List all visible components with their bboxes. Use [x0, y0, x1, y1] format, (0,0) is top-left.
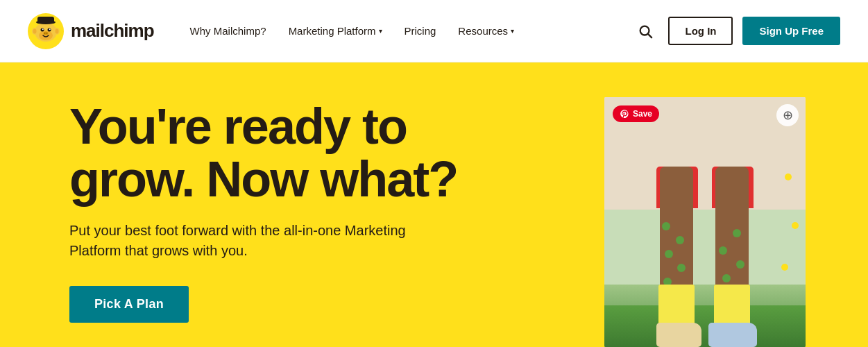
hero-content: You're ready to grow. Now what? Put your…: [69, 62, 597, 347]
logo-icon: [28, 13, 64, 49]
logo-link[interactable]: mailchimp: [28, 13, 154, 49]
svg-point-4: [48, 28, 51, 31]
pinterest-save-badge[interactable]: Save: [613, 105, 659, 122]
pick-plan-button[interactable]: Pick A Plan: [69, 286, 189, 323]
vine-dot: [665, 250, 673, 258]
signup-button[interactable]: Sign Up Free: [742, 17, 840, 45]
pinterest-icon: [620, 109, 629, 119]
svg-line-17: [649, 34, 652, 37]
nav-item-pricing[interactable]: Pricing: [396, 19, 445, 42]
chevron-down-icon: ▾: [511, 27, 514, 35]
svg-point-11: [33, 28, 37, 33]
nav-item-marketing-platform[interactable]: Marketing Platform ▾: [280, 19, 391, 42]
login-button[interactable]: Log In: [668, 17, 733, 45]
nav-actions: Log In Sign Up Free: [632, 17, 840, 45]
svg-point-13: [56, 28, 59, 33]
logo-text: mailchimp: [71, 20, 154, 42]
right-sock: [714, 285, 750, 326]
left-shoe: [656, 323, 701, 347]
decoration-dot: [781, 264, 788, 271]
save-label: Save: [633, 109, 652, 119]
svg-point-5: [42, 28, 44, 30]
right-leg: [712, 167, 754, 347]
chevron-down-icon: ▾: [379, 27, 382, 35]
vine-dot: [722, 274, 731, 282]
svg-point-3: [41, 28, 44, 31]
hero-image-area: Save ⊕: [597, 62, 812, 347]
nav-item-why-mailchimp[interactable]: Why Mailchimp?: [182, 19, 275, 42]
svg-rect-15: [37, 17, 54, 24]
left-sock: [658, 285, 695, 326]
decoration-dot: [785, 174, 792, 180]
decoration-dot: [792, 222, 799, 229]
plus-icon: ⊕: [783, 108, 793, 123]
vine-dot: [676, 236, 684, 244]
image-expand-button[interactable]: ⊕: [776, 104, 799, 126]
left-leg: [656, 167, 698, 347]
vine-dot: [677, 264, 686, 272]
hero-section: You're ready to grow. Now what? Put your…: [0, 62, 868, 347]
vine-dot: [719, 246, 727, 255]
vine-dot: [662, 222, 670, 230]
navbar: mailchimp Why Mailchimp? Marketing Platf…: [0, 0, 868, 62]
vine-dot: [733, 229, 741, 237]
vine-dot: [736, 260, 744, 269]
svg-point-8: [44, 33, 46, 34]
search-button[interactable]: [632, 18, 658, 44]
hero-title: You're ready to grow. Now what?: [69, 101, 472, 205]
nav-item-resources[interactable]: Resources ▾: [450, 19, 522, 42]
svg-point-9: [46, 33, 48, 34]
hero-subtitle: Put your best foot forward with the all-…: [69, 221, 416, 261]
hero-image-frame: Save ⊕: [604, 97, 806, 347]
right-shoe: [708, 323, 757, 347]
svg-point-6: [49, 28, 51, 30]
legs-illustration: [643, 139, 767, 347]
nav-links: Why Mailchimp? Marketing Platform ▾ Pric…: [182, 19, 633, 42]
search-icon: [638, 24, 653, 39]
